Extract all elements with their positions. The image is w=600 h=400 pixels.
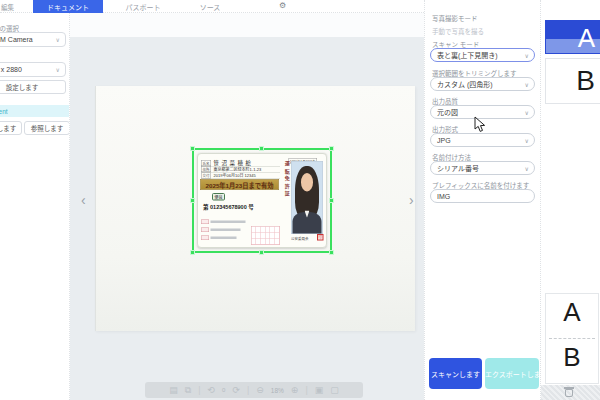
tab-document[interactable]: ドキュメント [33, 0, 103, 13]
apply-button[interactable]: 適用します [0, 121, 22, 135]
chevron-down-icon: ∨ [525, 137, 529, 144]
page-b-label: B [576, 65, 595, 97]
trim-value: カスタム (四角形) [437, 79, 493, 89]
pages-column: A B A B [540, 0, 600, 400]
preview-back-label: B [546, 342, 598, 373]
chevron-down-icon: ∨ [525, 109, 529, 116]
chevron-down-icon: ∨ [56, 36, 60, 43]
prefix-input[interactable]: IMG [430, 189, 535, 203]
page-thumbnail-b[interactable]: B [545, 58, 600, 104]
page-a-label: A [578, 23, 595, 54]
canvas-toolbar: ▤ ⧉ | ⟲ 0 ⟳ | ⊖ 18% ⊕ | ▣ ▢ [145, 382, 363, 398]
selection-handle[interactable] [259, 250, 264, 255]
photo-mode-label: 写真撮影モード [432, 13, 478, 23]
previous-page-arrow[interactable]: ‹ [81, 195, 86, 205]
canvas-top-strip [70, 13, 424, 37]
trash-icon[interactable] [565, 389, 573, 397]
resolution-select[interactable]: 0 x 2880 ∨ [0, 62, 66, 77]
preview-divider [549, 338, 595, 339]
selection-handle[interactable] [329, 198, 334, 203]
image-icon[interactable]: ▤ [169, 385, 178, 395]
quality-value: 元の図 [437, 107, 458, 117]
tab-source[interactable]: ソース [192, 0, 228, 13]
tab-edit[interactable]: 編集 [1, 0, 31, 13]
fit-window-icon[interactable]: ▣ [315, 385, 324, 395]
left-settings-panel: カメラの選択 UM Camera ∨ 解像度 0 x 2880 ∨ 設定します … [0, 13, 70, 400]
format-select[interactable]: JPG ∨ [430, 133, 535, 147]
preview-front-label: A [546, 297, 598, 328]
selection-handle[interactable] [259, 146, 264, 151]
scan-button[interactable]: スキャンします [429, 358, 482, 389]
camera-select-value: UM Camera [0, 36, 33, 43]
zoom-level: 18% [271, 387, 284, 394]
prefix-input-value: IMG [437, 193, 450, 200]
combined-output-preview: A B [545, 293, 599, 384]
top-tab-bar: 編集 ドキュメント パスポート ソース ⚙ [0, 0, 424, 13]
selection-handle[interactable] [190, 146, 195, 151]
copy-icon[interactable]: ⧉ [185, 385, 191, 395]
selection-handle[interactable] [190, 198, 195, 203]
scan-mode-select[interactable]: 表と裏(上下見開き) ∨ [430, 48, 535, 62]
naming-value: シリアル番号 [437, 163, 479, 173]
camera-select[interactable]: UM Camera ∨ [0, 32, 66, 47]
page-thumbnail-a-selected[interactable]: A [545, 20, 600, 54]
rotate-right-icon[interactable]: ⟳ [232, 385, 240, 395]
toolbar-separator: | [305, 385, 307, 395]
gear-icon[interactable]: ⚙ [279, 1, 286, 10]
zoom-out-icon[interactable]: ⊖ [256, 385, 264, 395]
scan-mode-value: 表と裏(上下見開き) [437, 50, 498, 60]
resolution-select-value: 0 x 2880 [0, 66, 22, 73]
scanner-app-window: 編集 ドキュメント パスポート ソース ⚙ カメラの選択 UM Camera ∨… [0, 0, 600, 400]
chevron-down-icon: ∨ [525, 81, 529, 88]
set-button[interactable]: 設定します [0, 80, 66, 94]
selection-handle[interactable] [329, 146, 334, 151]
export-button[interactable]: エクスポートします [485, 358, 539, 389]
naming-select[interactable]: シリアル番号 ∨ [430, 161, 535, 175]
camera-preview-canvas: ‹ › 氏名 笹沼菜穂絵 1990年1月23日生 住所 東京都第二区緑本町1-1… [70, 13, 424, 400]
trim-select[interactable]: カスタム (四角形) ∨ [430, 77, 535, 91]
quality-select[interactable]: 元の図 ∨ [430, 105, 535, 119]
rotation-angle: 0 [222, 387, 225, 393]
next-page-arrow[interactable]: › [409, 195, 414, 205]
device-list-item[interactable]: Document [0, 105, 70, 117]
crop-selection-box[interactable] [192, 148, 332, 253]
selection-handle[interactable] [190, 250, 195, 255]
selection-handle[interactable] [329, 250, 334, 255]
chevron-down-icon: ∨ [56, 66, 60, 73]
rotate-left-icon[interactable]: ⟲ [208, 385, 216, 395]
chevron-down-icon: ∨ [525, 165, 529, 172]
tab-passport[interactable]: パスポート [120, 0, 166, 13]
chevron-down-icon: ∨ [525, 52, 529, 59]
format-value: JPG [437, 137, 451, 144]
scan-settings-panel: 写真撮影モード 手動で写真を撮る スキャン モード 表と裏(上下見開き) ∨ 選… [424, 0, 540, 400]
toolbar-separator: | [198, 385, 200, 395]
pages-footer-bar [541, 385, 600, 400]
browse-button[interactable]: 参照します [24, 121, 70, 135]
crop-frame-icon[interactable]: ▢ [330, 385, 339, 395]
toolbar-separator: | [247, 385, 249, 395]
zoom-in-icon[interactable]: ⊕ [291, 385, 299, 395]
manual-capture-option: 手動で写真を撮る [432, 26, 484, 36]
